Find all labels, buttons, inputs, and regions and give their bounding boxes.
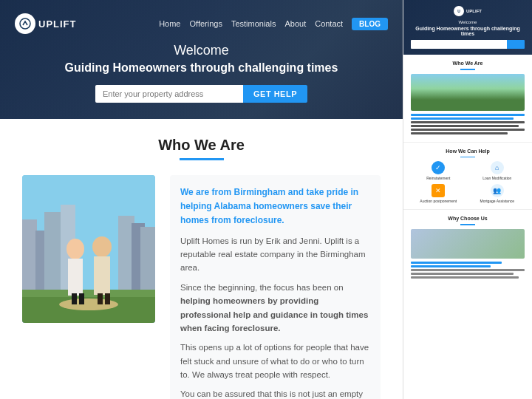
nav-contact[interactable]: Contact	[315, 19, 343, 28]
who-we-are-title: Who We Are	[22, 137, 381, 154]
who-para-2: Since the beginning, the focus has been …	[180, 281, 370, 335]
who-we-are-section: Who We Are	[0, 119, 403, 399]
svg-rect-15	[79, 293, 84, 304]
sidebar-text-line-2	[411, 117, 514, 120]
sidebar-text-line-6	[411, 132, 508, 134]
sidebar-text-line-4	[411, 125, 519, 127]
sidebar-why-text-line-2	[411, 265, 491, 267]
who-we-are-photo	[22, 175, 155, 323]
sidebar-why-photo	[411, 229, 525, 259]
svg-rect-2	[22, 219, 37, 293]
sidebar-who-divider	[460, 69, 475, 70]
svg-point-12	[66, 239, 84, 259]
sidebar-logo-text: UPLIFT	[466, 9, 482, 13]
sidebar-how-divider	[460, 157, 475, 158]
who-we-are-content: We are from Birmingham and take pride in…	[22, 175, 381, 399]
sidebar-loan-label: Loan Modification	[482, 176, 511, 180]
sidebar-icon-loan: ⌂ Loan Modification	[470, 161, 525, 180]
sidebar-icon-reinstatement: ✓ Reinstatement	[411, 161, 466, 180]
sidebar-how-title: How We Can Help	[411, 149, 525, 154]
logo-icon	[15, 13, 35, 34]
sidebar-icon-mortgage: 👥 Mortgage Assistance	[470, 184, 525, 203]
who-para-1: Uplift Homes is run by Erik and Jenni. U…	[180, 234, 370, 275]
sidebar-why-divider	[460, 224, 475, 225]
svg-rect-17	[94, 256, 110, 295]
sidebar-why-text-line-5	[411, 276, 519, 279]
svg-rect-18	[98, 293, 103, 304]
sidebar-how-section: How We Can Help ✓ Reinstatement ⌂ Loan M…	[403, 143, 532, 211]
svg-rect-8	[140, 227, 155, 293]
svg-rect-10	[22, 290, 155, 297]
nav-offerings[interactable]: Offerings	[189, 19, 222, 28]
sidebar-search-bar	[411, 40, 525, 49]
sidebar-why-text-line-4	[411, 273, 514, 275]
sidebar-text-line-3	[411, 121, 525, 123]
sidebar-check-icon: ✓	[432, 161, 445, 174]
sidebar-who-title: Who We Are	[411, 61, 525, 66]
nav-testimonials[interactable]: Testimonials	[231, 19, 276, 28]
sidebar-who-photo	[411, 74, 525, 111]
sidebar-mortgage-label: Mortgage Assistance	[480, 199, 514, 203]
sidebar-why-text-line-1	[411, 262, 502, 264]
who-we-are-text-box: We are from Birmingham and take pride in…	[170, 175, 381, 399]
svg-point-16	[92, 236, 112, 257]
sidebar-hero-subtitle: Guiding Homeowners through challenging t…	[411, 26, 525, 36]
sidebar-text-lines	[411, 114, 525, 134]
nav-links: Home Offerings Testimonials About Contac…	[159, 18, 388, 30]
sidebar-reinstatement-label: Reinstatement	[426, 176, 450, 180]
who-para-4: You can be assured that this is not just…	[180, 387, 370, 399]
sidebar-x-icon: ✕	[432, 184, 445, 197]
svg-rect-14	[72, 293, 77, 304]
sidebar-logo: U UPLIFT	[411, 6, 525, 16]
sidebar-hero: U UPLIFT Welcome Guiding Homeowners thro…	[403, 0, 532, 55]
sidebar-house-icon: ⌂	[491, 161, 504, 174]
hero-search-button[interactable]: GET HELP	[243, 85, 307, 103]
hero-subtitle: Guiding Homeowners through challenging t…	[15, 61, 388, 75]
nav-about[interactable]: About	[284, 19, 306, 28]
sidebar-preview: U UPLIFT Welcome Guiding Homeowners thro…	[403, 0, 532, 286]
who-highlight-text: We are from Birmingham and take pride in…	[180, 185, 370, 228]
sidebar-icons-grid: ✓ Reinstatement ⌂ Loan Modification ✕ Au…	[411, 161, 525, 203]
who-para-3: This opens up a lot of options for peopl…	[180, 341, 370, 381]
sidebar-why-section: Why Choose Us	[403, 210, 532, 286]
sidebar-why-title: Why Choose Us	[411, 216, 525, 221]
svg-point-0	[20, 18, 30, 29]
sidebar-logo-icon: U	[454, 6, 464, 16]
hero-search-input[interactable]	[95, 85, 243, 103]
svg-rect-19	[105, 293, 110, 304]
hero-nav: UPLIFT Home Offerings Testimonials About…	[15, 13, 388, 34]
nav-cta-button[interactable]: BLOG	[352, 18, 388, 30]
sidebar-who-section: Who We Are	[403, 55, 532, 143]
hero-search-form: GET HELP	[15, 85, 388, 103]
who-we-are-divider	[180, 158, 224, 160]
logo-text: UPLIFT	[38, 18, 77, 30]
svg-rect-13	[68, 259, 83, 296]
main-content: UPLIFT Home Offerings Testimonials About…	[0, 0, 403, 399]
sidebar-search-input-preview	[411, 40, 507, 49]
hero-section: UPLIFT Home Offerings Testimonials About…	[0, 0, 403, 119]
who-bold-text: helping homeowners by providing professi…	[180, 296, 368, 332]
svg-rect-4	[44, 212, 63, 293]
sidebar-why-text	[411, 262, 525, 279]
logo: UPLIFT	[15, 13, 77, 34]
sidebar-icon-auction: ✕ Auction postponement	[411, 184, 466, 203]
nav-home[interactable]: Home	[159, 19, 180, 28]
sidebar-search-btn-preview	[507, 40, 525, 49]
sidebar-why-text-line-3	[411, 269, 525, 271]
sidebar-text-line-5	[411, 129, 525, 131]
right-sidebar: U UPLIFT Welcome Guiding Homeowners thro…	[403, 0, 532, 399]
sidebar-people-icon: 👥	[491, 184, 504, 197]
sidebar-auction-label: Auction postponement	[420, 199, 457, 203]
sidebar-text-line-1	[411, 114, 525, 116]
hero-title: Welcome	[15, 43, 388, 58]
sidebar-hero-title: Welcome	[411, 20, 525, 24]
